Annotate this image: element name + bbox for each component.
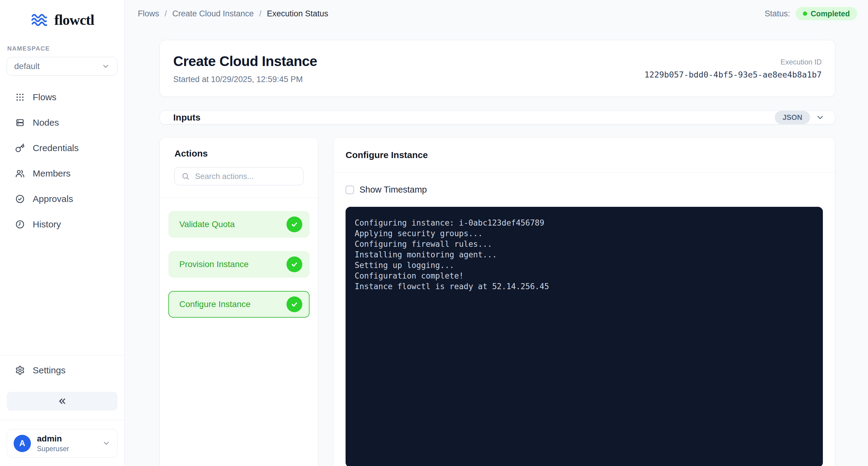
actions-search-box xyxy=(175,167,304,185)
sidebar-item-label: Nodes xyxy=(33,118,59,128)
breadcrumb-flows[interactable]: Flows xyxy=(138,9,159,19)
sidebar-nav: Flows Nodes Credentials M xyxy=(7,90,118,232)
log-line: Configuration complete! xyxy=(355,271,814,281)
brand-wordmark: flowctl xyxy=(54,11,94,28)
namespace-value: default xyxy=(14,61,40,71)
double-chevron-left-icon xyxy=(57,396,67,406)
sidebar-item-settings[interactable]: Settings xyxy=(7,363,118,378)
clock-icon xyxy=(15,220,25,229)
inputs-title: Inputs xyxy=(173,112,200,123)
check-icon xyxy=(286,217,302,232)
sidebar-spacer xyxy=(7,232,118,355)
search-input[interactable] xyxy=(195,172,297,181)
log-line: Setting up logging... xyxy=(355,260,814,271)
show-timestamp-row: Show Timestamp xyxy=(346,185,823,195)
avatar-initial: A xyxy=(20,439,26,448)
main-area: Flows / Create Cloud Instance / Executio… xyxy=(124,0,868,466)
user-menu[interactable]: A admin Superuser xyxy=(7,429,118,458)
server-icon xyxy=(15,118,25,127)
chevron-down-icon xyxy=(102,439,111,447)
avatar: A xyxy=(13,435,31,452)
gear-icon xyxy=(15,366,25,375)
action-item-label: Provision Instance xyxy=(179,259,249,269)
sidebar-item-label: Flows xyxy=(33,92,56,102)
chevron-down-icon xyxy=(101,62,110,70)
log-line: Instance flowctl is ready at 52.14.256.4… xyxy=(355,281,814,292)
breadcrumb-separator: / xyxy=(259,9,262,19)
breadcrumb: Flows / Create Cloud Instance / Executio… xyxy=(138,9,328,19)
execution-summary-card: Create Cloud Instance Started at 10/29/2… xyxy=(160,40,835,97)
inputs-expand-button[interactable] xyxy=(816,113,825,122)
actions-list: Validate Quota Provision Instance xyxy=(160,198,318,331)
check-icon xyxy=(286,297,302,312)
actions-header: Actions xyxy=(160,137,318,198)
log-line: Configuring firewall rules... xyxy=(355,239,814,249)
detail-header: Configure Instance xyxy=(334,137,835,173)
show-timestamp-label: Show Timestamp xyxy=(360,185,427,195)
breadcrumb-create-cloud-instance[interactable]: Create Cloud Instance xyxy=(172,9,254,19)
waves-logo-icon xyxy=(30,13,50,27)
page-title: Create Cloud Instance xyxy=(173,53,317,69)
execution-id-value: 1229b057-bdd0-4bf5-93e5-ae8ee4b8a1b7 xyxy=(645,70,822,79)
sidebar-item-credentials[interactable]: Credentials xyxy=(7,141,118,156)
sidebar-item-label: Credentials xyxy=(33,143,79,153)
namespace-label: NAMESPACE xyxy=(7,45,118,52)
inputs-card: Inputs JSON xyxy=(160,111,835,124)
action-item-validate-quota[interactable]: Validate Quota xyxy=(168,211,310,238)
status-dot-icon xyxy=(803,11,807,16)
inputs-controls: JSON xyxy=(775,111,825,124)
users-icon xyxy=(15,169,25,178)
execution-id-label: Execution ID xyxy=(645,58,822,66)
check-icon xyxy=(286,256,302,272)
sidebar-item-label: History xyxy=(33,219,61,229)
breadcrumb-current: Execution Status xyxy=(267,9,328,19)
topbar: Flows / Create Cloud Instance / Executio… xyxy=(124,0,868,27)
log-output-terminal: Configuring instance: i-0abc123def456789… xyxy=(346,207,823,466)
content: Create Cloud Instance Started at 10/29/2… xyxy=(124,27,868,466)
namespace-select[interactable]: default xyxy=(7,57,118,76)
grid-icon xyxy=(15,92,25,102)
execution-started-at: Started at 10/29/2025, 12:59:45 PM xyxy=(173,75,317,84)
sidebar-item-members[interactable]: Members xyxy=(7,166,118,181)
execution-id-block: Execution ID 1229b057-bdd0-4bf5-93e5-ae8… xyxy=(645,58,822,79)
status-value: Completed xyxy=(811,9,850,18)
sidebar-divider xyxy=(0,355,124,355)
show-timestamp-checkbox[interactable] xyxy=(346,186,354,194)
status-badge: Completed xyxy=(796,7,857,20)
log-line: Installing monitoring agent... xyxy=(355,249,814,260)
logo: flowctl xyxy=(7,11,118,28)
actions-panel: Actions Validate Quota xyxy=(160,137,318,466)
app-root: flowctl NAMESPACE default Flows N xyxy=(0,0,868,466)
user-meta: admin Superuser xyxy=(37,434,69,453)
sidebar-item-label: Approvals xyxy=(33,194,73,204)
action-item-provision-instance[interactable]: Provision Instance xyxy=(168,251,310,278)
user-role: Superuser xyxy=(37,445,69,453)
search-icon xyxy=(181,172,190,181)
check-circle-icon xyxy=(15,194,25,204)
action-detail-panel: Configure Instance Show Timestamp Config… xyxy=(333,137,835,466)
log-line: Applying security groups... xyxy=(355,228,814,239)
sidebar: flowctl NAMESPACE default Flows N xyxy=(0,0,124,466)
action-item-configure-instance[interactable]: Configure Instance xyxy=(168,291,310,318)
chevron-down-icon xyxy=(816,113,825,122)
detail-body: Show Timestamp Configuring instance: i-0… xyxy=(334,173,835,466)
sidebar-item-label: Settings xyxy=(33,365,65,375)
sidebar-item-approvals[interactable]: Approvals xyxy=(7,191,118,207)
sidebar-item-history[interactable]: History xyxy=(7,217,118,232)
sidebar-item-nodes[interactable]: Nodes xyxy=(7,115,118,130)
user-name: admin xyxy=(37,434,69,444)
execution-summary-left: Create Cloud Instance Started at 10/29/2… xyxy=(173,53,317,84)
status-label: Status: xyxy=(765,9,790,19)
action-item-label: Validate Quota xyxy=(179,220,235,229)
sidebar-collapse-button[interactable] xyxy=(7,392,118,411)
breadcrumb-separator: / xyxy=(165,9,167,19)
actions-title: Actions xyxy=(175,148,304,159)
status-row: Status: Completed xyxy=(765,7,857,20)
inputs-format-badge[interactable]: JSON xyxy=(775,111,810,124)
log-line: Configuring instance: i-0abc123def456789 xyxy=(355,218,814,228)
detail-title: Configure Instance xyxy=(346,150,428,160)
sidebar-item-label: Members xyxy=(33,168,70,179)
sidebar-item-flows[interactable]: Flows xyxy=(7,90,118,105)
action-item-label: Configure Instance xyxy=(179,300,250,309)
key-icon xyxy=(15,143,25,153)
